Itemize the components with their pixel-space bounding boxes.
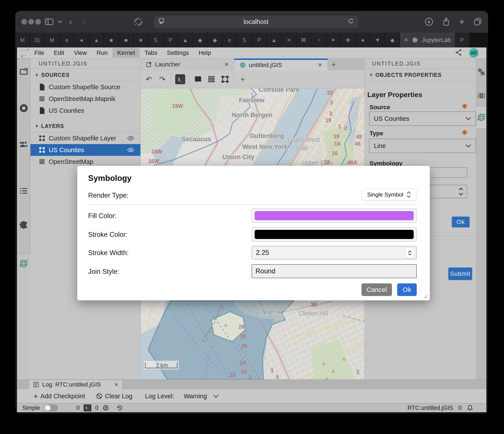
kernel-chip-icon[interactable] bbox=[102, 405, 109, 411]
bell-icon[interactable] bbox=[467, 404, 473, 411]
share-icon[interactable] bbox=[442, 17, 450, 26]
add-layer-icon[interactable]: + bbox=[238, 74, 247, 84]
chevron-down-icon[interactable] bbox=[213, 394, 219, 398]
terminal-icon[interactable]: $_ bbox=[84, 404, 91, 411]
clear-log-button[interactable]: Clear Log bbox=[105, 393, 133, 400]
close-window-button[interactable] bbox=[21, 19, 27, 25]
pinned-tab[interactable]: P bbox=[455, 33, 469, 47]
pinned-tab[interactable]: ◆ bbox=[207, 33, 222, 47]
tab-launcher[interactable]: Launcher ✕ bbox=[141, 59, 234, 70]
stroke-width-input[interactable]: 2.25 bbox=[252, 246, 417, 259]
pinned-tab[interactable]: ◔ bbox=[311, 33, 325, 47]
zoom-window-button[interactable] bbox=[35, 19, 41, 25]
close-tab-icon[interactable]: ✕ bbox=[318, 62, 322, 68]
close-tab-icon[interactable]: ✕ bbox=[404, 37, 408, 43]
stroke-color-picker[interactable] bbox=[252, 227, 417, 242]
pinned-tab[interactable]: M bbox=[45, 33, 59, 47]
resize-handle-icon[interactable] bbox=[423, 294, 428, 299]
pinned-tab[interactable]: S bbox=[237, 33, 252, 47]
pinned-tab[interactable]: ■ bbox=[104, 33, 118, 47]
running-kernels-icon[interactable] bbox=[19, 103, 28, 113]
pinned-tab[interactable]: ◆ bbox=[385, 33, 400, 47]
file-browser-icon[interactable] bbox=[19, 67, 28, 76]
debugger-icon[interactable] bbox=[477, 91, 486, 100]
source-item-custom-shapefile[interactable]: Custom Shapefile Source bbox=[30, 81, 140, 93]
source-item-us-counties[interactable]: US Counties bbox=[30, 105, 140, 117]
new-tab-button[interactable]: + bbox=[328, 59, 340, 70]
pinned-tab[interactable]: ▲ bbox=[178, 33, 192, 47]
tab-overview-icon[interactable] bbox=[473, 18, 482, 26]
redo-icon[interactable]: ↷ bbox=[158, 74, 167, 84]
history-icon[interactable] bbox=[117, 405, 123, 411]
console-icon[interactable]: $_ bbox=[175, 74, 185, 84]
back-button[interactable]: ‹ bbox=[66, 18, 75, 26]
avatar[interactable]: AE bbox=[469, 48, 478, 58]
eye-icon[interactable] bbox=[127, 147, 134, 153]
downloads-icon[interactable] bbox=[424, 18, 433, 26]
stroke-color-swatch[interactable] bbox=[255, 230, 414, 239]
pinned-tab[interactable]: M bbox=[15, 33, 30, 47]
pinned-tab[interactable]: ▲ bbox=[267, 33, 281, 47]
menu-edit[interactable]: Edit bbox=[49, 48, 69, 58]
add-checkpoint-button[interactable]: Add Checkpoint bbox=[40, 393, 85, 400]
pinned-tab[interactable]: e bbox=[60, 33, 74, 47]
pinned-tab[interactable]: ▼ bbox=[370, 33, 385, 47]
stepper-icon[interactable] bbox=[405, 247, 414, 258]
reader-icon[interactable] bbox=[158, 18, 165, 26]
browser-tab-jupyterlab[interactable]: ✕ JupyterLab bbox=[400, 33, 455, 47]
undo-icon[interactable]: ↶ bbox=[144, 74, 154, 84]
pinned-tab[interactable]: ■ bbox=[119, 33, 133, 47]
panel-ok-button[interactable]: Ok bbox=[452, 217, 470, 227]
stepper-icon[interactable] bbox=[458, 187, 464, 196]
layers-section-header[interactable]: ▾ LAYERS bbox=[30, 120, 140, 132]
basemap-icon[interactable] bbox=[193, 74, 203, 84]
pinned-tab[interactable]: P bbox=[252, 33, 266, 47]
url-text[interactable]: localhost bbox=[165, 18, 348, 26]
log-level-select[interactable]: Warning bbox=[184, 393, 207, 400]
minimize-window-button[interactable] bbox=[28, 19, 34, 25]
type-select[interactable]: Line bbox=[369, 139, 476, 153]
dialog-ok-button[interactable]: Ok bbox=[397, 283, 417, 296]
share-nodes-icon[interactable] bbox=[455, 49, 462, 57]
simple-mode-toggle[interactable] bbox=[44, 404, 58, 411]
address-bar[interactable]: localhost bbox=[154, 16, 358, 28]
menu-settings[interactable]: Settings bbox=[162, 48, 194, 58]
property-inspector-icon[interactable] bbox=[477, 67, 486, 77]
submit-button[interactable]: Submit bbox=[448, 268, 472, 280]
pinned-tab[interactable]: e bbox=[222, 33, 237, 47]
cancel-button[interactable]: Cancel bbox=[361, 283, 392, 296]
menu-tabs[interactable]: Tabs bbox=[140, 48, 162, 58]
jupytergis-globe-icon[interactable] bbox=[19, 259, 28, 268]
pinned-tab[interactable]: ✕ bbox=[282, 33, 296, 47]
tab-untitled-jgis[interactable]: untitled.jGIS ✕ bbox=[234, 59, 328, 70]
vector-layer-icon[interactable] bbox=[220, 74, 230, 84]
collaboration-icon[interactable] bbox=[19, 139, 28, 149]
menu-kernel[interactable]: Kernel bbox=[113, 48, 140, 58]
jupytergis-panel-icon[interactable] bbox=[477, 113, 486, 122]
extensions-icon[interactable] bbox=[19, 220, 28, 230]
pinned-tab[interactable]: ⌘ bbox=[297, 33, 311, 47]
layer-item-custom-shapefile[interactable]: Custom Shapefile Layer bbox=[30, 132, 140, 144]
source-item-osm-mapnik[interactable]: OpenStreetMap.Mapnik bbox=[30, 93, 140, 105]
sidebar-toggle-icon[interactable] bbox=[45, 18, 54, 26]
menu-run[interactable]: Run bbox=[92, 48, 113, 58]
close-tab-icon[interactable]: ✕ bbox=[224, 61, 229, 67]
pinned-tab[interactable]: ● bbox=[74, 33, 89, 47]
sources-section-header[interactable]: ▾ SOURCES bbox=[30, 69, 140, 81]
traffic-lights[interactable] bbox=[21, 19, 41, 25]
render-type-select[interactable]: Single Symbol bbox=[361, 189, 417, 201]
pinned-tab[interactable]: ❖ bbox=[341, 33, 355, 47]
chevron-down-icon[interactable] bbox=[57, 20, 62, 23]
pinned-tab[interactable]: 31 bbox=[30, 33, 45, 47]
pinned-tab[interactable]: ▲ bbox=[89, 33, 104, 47]
forward-button[interactable]: › bbox=[79, 18, 88, 26]
log-tab[interactable]: Log: RTC:untitled.jGIS ✕ bbox=[29, 380, 123, 389]
raster-layer-icon[interactable] bbox=[207, 74, 216, 84]
menu-help[interactable]: Help bbox=[194, 48, 216, 58]
layer-item-us-counties[interactable]: US Counties bbox=[30, 144, 140, 156]
source-select[interactable]: US Counties bbox=[369, 111, 476, 126]
pinned-tab[interactable]: ✦ bbox=[326, 33, 340, 47]
new-tab-icon[interactable]: + bbox=[459, 16, 465, 27]
fill-color-picker[interactable] bbox=[252, 208, 417, 223]
join-style-select[interactable]: Round bbox=[252, 264, 417, 278]
